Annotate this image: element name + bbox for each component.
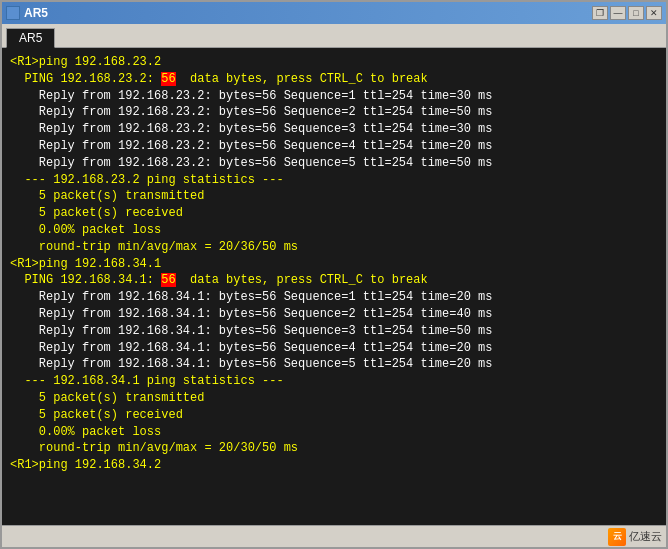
title-bar: AR5 ❐ — □ ✕	[2, 2, 666, 24]
terminal-line: --- 192.168.23.2 ping statistics ---	[10, 172, 658, 189]
terminal-line: Reply from 192.168.23.2: bytes=56 Sequen…	[10, 138, 658, 155]
terminal-line: PING 192.168.34.1: 56 data bytes, press …	[10, 272, 658, 289]
terminal-line: Reply from 192.168.23.2: bytes=56 Sequen…	[10, 121, 658, 138]
close-button[interactable]: ✕	[646, 6, 662, 20]
terminal-line: 5 packet(s) transmitted	[10, 390, 658, 407]
terminal-line: 5 packet(s) received	[10, 205, 658, 222]
terminal-line: 0.00% packet loss	[10, 424, 658, 441]
terminal-line: round-trip min/avg/max = 20/36/50 ms	[10, 239, 658, 256]
terminal-line: Reply from 192.168.34.1: bytes=56 Sequen…	[10, 340, 658, 357]
terminal-line: Reply from 192.168.23.2: bytes=56 Sequen…	[10, 155, 658, 172]
terminal-line: PING 192.168.23.2: 56 data bytes, press …	[10, 71, 658, 88]
title-bar-left: AR5	[6, 6, 48, 20]
tab-bar: AR5	[2, 24, 666, 48]
terminal-line: 0.00% packet loss	[10, 222, 658, 239]
brand-icon: 云	[608, 528, 626, 546]
terminal-line: Reply from 192.168.34.1: bytes=56 Sequen…	[10, 356, 658, 373]
window-title: AR5	[24, 6, 48, 20]
terminal-line: round-trip min/avg/max = 20/30/50 ms	[10, 440, 658, 457]
terminal-line: Reply from 192.168.23.2: bytes=56 Sequen…	[10, 88, 658, 105]
window: AR5 ❐ — □ ✕ AR5 <R1>ping 192.168.23.2 PI…	[0, 0, 668, 549]
terminal-line: <R1>ping 192.168.34.1	[10, 256, 658, 273]
terminal-line: <R1>ping 192.168.34.2	[10, 457, 658, 474]
terminal[interactable]: <R1>ping 192.168.23.2 PING 192.168.23.2:…	[2, 48, 666, 525]
brand-name: 亿速云	[629, 529, 662, 544]
terminal-line: 5 packet(s) transmitted	[10, 188, 658, 205]
brand-logo: 云 亿速云	[608, 528, 662, 546]
maximize-button[interactable]: □	[628, 6, 644, 20]
minimize-button[interactable]: —	[610, 6, 626, 20]
terminal-line: Reply from 192.168.23.2: bytes=56 Sequen…	[10, 104, 658, 121]
title-bar-buttons: ❐ — □ ✕	[592, 6, 662, 20]
terminal-line: <R1>ping 192.168.23.2	[10, 54, 658, 71]
terminal-line: Reply from 192.168.34.1: bytes=56 Sequen…	[10, 323, 658, 340]
terminal-line: 5 packet(s) received	[10, 407, 658, 424]
bottom-bar: 云 亿速云	[2, 525, 666, 547]
terminal-line: Reply from 192.168.34.1: bytes=56 Sequen…	[10, 306, 658, 323]
terminal-line: Reply from 192.168.34.1: bytes=56 Sequen…	[10, 289, 658, 306]
terminal-line: --- 192.168.34.1 ping statistics ---	[10, 373, 658, 390]
app-icon	[6, 6, 20, 20]
tab-ar5[interactable]: AR5	[6, 28, 55, 48]
restore-button[interactable]: ❐	[592, 6, 608, 20]
